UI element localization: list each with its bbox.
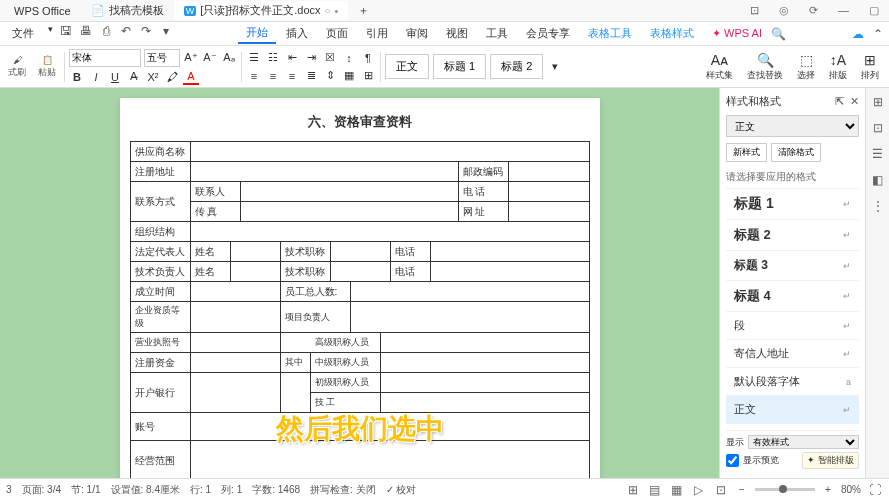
collapse-icon[interactable]: ⌃ bbox=[871, 27, 885, 41]
view-icon-4[interactable]: ▷ bbox=[691, 482, 707, 498]
cell-capital[interactable]: 注册资金 bbox=[131, 353, 191, 372]
view-icon-2[interactable]: ▤ bbox=[647, 482, 663, 498]
super-icon[interactable]: X² bbox=[145, 69, 161, 85]
search-icon[interactable]: 🔍 bbox=[772, 27, 786, 41]
menu-table-style[interactable]: 表格样式 bbox=[642, 24, 702, 43]
align-left-icon[interactable]: ≡ bbox=[246, 68, 262, 84]
char-icon[interactable]: ☒ bbox=[322, 50, 338, 66]
cell-bank[interactable]: 开户银行 bbox=[131, 373, 191, 412]
paste-group[interactable]: 📋粘贴 bbox=[34, 55, 60, 79]
print-icon[interactable]: 🖶 bbox=[79, 24, 93, 38]
status-page[interactable]: 页面: 3/4 bbox=[22, 483, 61, 497]
style-item-para[interactable]: 段↵ bbox=[726, 312, 859, 340]
clear-style-button[interactable]: 清除格式 bbox=[771, 143, 821, 162]
panel-close-icon[interactable]: ✕ bbox=[850, 95, 859, 108]
border-icon[interactable]: ⊞ bbox=[360, 68, 376, 84]
current-style-select[interactable]: 正文 bbox=[726, 115, 859, 137]
save-icon[interactable]: 🖫 bbox=[59, 24, 73, 38]
side-icon-1[interactable]: ⊞ bbox=[870, 94, 886, 110]
template-tab[interactable]: 📄 找稿壳模板 bbox=[81, 1, 174, 20]
font-select[interactable] bbox=[69, 49, 141, 67]
fullscreen-icon[interactable]: ⛶ bbox=[867, 482, 883, 498]
new-tab[interactable]: ＋ bbox=[348, 1, 379, 20]
highlight-icon[interactable]: 🖍 bbox=[164, 69, 180, 85]
menu-start[interactable]: 开始 bbox=[238, 23, 276, 44]
cell-contact[interactable]: 联系方式 bbox=[131, 182, 191, 221]
align-right-icon[interactable]: ≡ bbox=[284, 68, 300, 84]
style-item-default-font[interactable]: 默认段落字体a bbox=[726, 368, 859, 396]
minimize-icon[interactable]: — bbox=[832, 4, 855, 17]
menu-view[interactable]: 视图 bbox=[438, 24, 476, 43]
number-list-icon[interactable]: ☷ bbox=[265, 50, 281, 66]
decrease-font-icon[interactable]: A⁻ bbox=[202, 50, 218, 66]
para-icon[interactable]: ¶ bbox=[360, 50, 376, 66]
zoom-out-icon[interactable]: − bbox=[735, 484, 749, 495]
side-icon-3[interactable]: ☰ bbox=[870, 146, 886, 162]
view-icon-5[interactable]: ⊡ bbox=[713, 482, 729, 498]
view-icon-3[interactable]: ▦ bbox=[669, 482, 685, 498]
select-button[interactable]: ⬚选择 bbox=[791, 52, 821, 82]
cell-legal[interactable]: 法定代表人 bbox=[131, 242, 191, 261]
cell-scope[interactable]: 经营范围 bbox=[131, 441, 191, 478]
style-item-h2[interactable]: 标题 2↵ bbox=[726, 220, 859, 251]
cell-tech[interactable]: 技术负责人 bbox=[131, 262, 191, 281]
outdent-icon[interactable]: ⇤ bbox=[284, 50, 300, 66]
style-item-h1[interactable]: 标题 1↵ bbox=[726, 189, 859, 220]
cell-license[interactable]: 营业执照号 bbox=[131, 333, 191, 352]
style-body-button[interactable]: 正文 bbox=[385, 54, 429, 79]
font-size-select[interactable] bbox=[144, 49, 180, 67]
style-h2-button[interactable]: 标题 2 bbox=[490, 54, 543, 79]
cloud-icon[interactable]: ☁ bbox=[851, 27, 865, 41]
show-select[interactable]: 有效样式 bbox=[748, 435, 859, 449]
increase-font-icon[interactable]: A⁺ bbox=[183, 50, 199, 66]
menu-table-tool[interactable]: 表格工具 bbox=[580, 24, 640, 43]
cell-org[interactable]: 组织结构 bbox=[131, 222, 191, 241]
style-list[interactable]: 标题 1↵ 标题 2↵ 标题 3↵ 标题 4↵ 段↵ 寄信人地址↵ 默认段落字体… bbox=[726, 188, 859, 430]
style-item-sender[interactable]: 寄信人地址↵ bbox=[726, 340, 859, 368]
cell-supplier[interactable]: 供应商名称 bbox=[131, 142, 191, 161]
menu-vip[interactable]: 会员专享 bbox=[518, 24, 578, 43]
menu-reference[interactable]: 引用 bbox=[358, 24, 396, 43]
align-center-icon[interactable]: ≡ bbox=[265, 68, 281, 84]
tab-close-icon[interactable]: ○ bbox=[325, 5, 331, 16]
style-set-button[interactable]: Aᴀ样式集 bbox=[700, 52, 739, 82]
font-color-icon[interactable]: A bbox=[183, 69, 199, 85]
win-icon-2[interactable]: ◎ bbox=[773, 4, 795, 17]
zoom-level[interactable]: 80% bbox=[841, 484, 861, 495]
strike-icon[interactable]: A̶ bbox=[126, 69, 142, 85]
sort-button[interactable]: ↕A排版 bbox=[823, 52, 853, 82]
style-h1-button[interactable]: 标题 1 bbox=[433, 54, 486, 79]
wps-ai[interactable]: ✦ WPS AI bbox=[704, 25, 770, 42]
shading-icon[interactable]: ▦ bbox=[341, 68, 357, 84]
smart-layout-button[interactable]: ✦ 智能排版 bbox=[802, 452, 859, 469]
style-more-icon[interactable]: ▾ bbox=[547, 59, 563, 75]
find-replace-button[interactable]: 🔍查找替换 bbox=[741, 52, 789, 82]
undo-icon[interactable]: ↶ bbox=[119, 24, 133, 38]
win-icon-1[interactable]: ⊡ bbox=[744, 4, 765, 17]
line-spacing-icon[interactable]: ⇕ bbox=[322, 68, 338, 84]
underline-icon[interactable]: U bbox=[107, 69, 123, 85]
menu-tools[interactable]: 工具 bbox=[478, 24, 516, 43]
redo-icon[interactable]: ↷ bbox=[139, 24, 153, 38]
status-spell[interactable]: 拼写检查: 关闭 bbox=[310, 483, 376, 497]
bullet-list-icon[interactable]: ☰ bbox=[246, 50, 262, 66]
status-words[interactable]: 字数: 1468 bbox=[252, 483, 300, 497]
indent-icon[interactable]: ⇥ bbox=[303, 50, 319, 66]
win-icon-3[interactable]: ⟳ bbox=[803, 4, 824, 17]
cell-account[interactable]: 账号 bbox=[131, 413, 191, 440]
preview-checkbox[interactable] bbox=[726, 454, 739, 467]
style-item-h3[interactable]: 标题 3↵ bbox=[726, 251, 859, 281]
menu-insert[interactable]: 插入 bbox=[278, 24, 316, 43]
side-icon-4[interactable]: ◧ bbox=[870, 172, 886, 188]
maximize-icon[interactable]: ▢ bbox=[863, 4, 885, 17]
preview-icon[interactable]: ⎙ bbox=[99, 24, 113, 38]
cell-founded[interactable]: 成立时间 bbox=[131, 282, 191, 301]
view-icon-1[interactable]: ⊞ bbox=[625, 482, 641, 498]
arrange-button[interactable]: ⊞排列 bbox=[855, 52, 885, 82]
more-icon[interactable]: ▾ bbox=[159, 24, 173, 38]
sort-icon[interactable]: ↕ bbox=[341, 50, 357, 66]
app-tab[interactable]: WPS Office bbox=[4, 3, 81, 19]
italic-icon[interactable]: I bbox=[88, 69, 104, 85]
document-tab[interactable]: W [只读]招标文件正文.docx ○ • bbox=[174, 1, 349, 20]
cell-address[interactable]: 注册地址 bbox=[131, 162, 191, 181]
